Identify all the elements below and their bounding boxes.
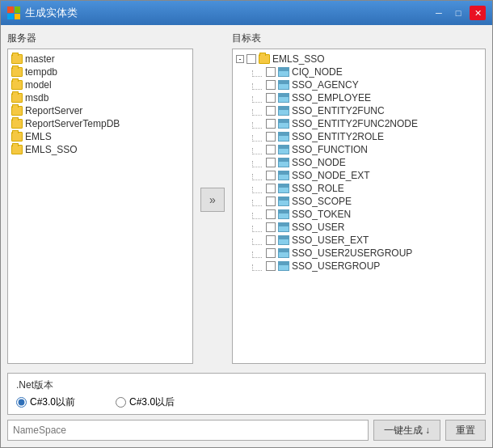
server-tree[interactable]: mastertempdbmodelmsdbReportServerReportS… (7, 49, 193, 364)
expand-button[interactable]: - (236, 55, 244, 63)
table-tree-item[interactable]: SSO_ENTITY2FUNC (236, 104, 482, 117)
table-checkbox[interactable] (266, 80, 276, 90)
table-icon (278, 80, 289, 90)
tree-connector (252, 96, 262, 103)
table-tree-item[interactable]: SSO_TOKEN (236, 208, 482, 221)
minimize-button[interactable]: ─ (431, 6, 447, 20)
table-checkbox[interactable] (266, 197, 276, 206)
table-tree-item[interactable]: CIQ_NODE (236, 66, 482, 78)
tree-item-label: EMLS_SSO (25, 144, 78, 155)
table-tree-item[interactable]: SSO_AGENCY (236, 78, 482, 91)
table-icon (278, 171, 289, 180)
table-checkbox[interactable] (266, 93, 276, 103)
tree-connector (252, 187, 262, 193)
panels-row: 服务器 mastertempdbmodelmsdbReportServerRep… (7, 32, 486, 368)
table-tree[interactable]: -EMLS_SSOCIQ_NODESSO_AGENCYSSO_EMPLOYEES… (232, 49, 486, 364)
table-item-label: SSO_NODE (292, 157, 346, 168)
table-icon (278, 261, 289, 271)
server-tree-item[interactable]: ReportServer (11, 104, 189, 117)
tree-connector (252, 239, 262, 245)
generate-button[interactable]: 一键生成 ↓ (373, 420, 440, 441)
table-checkbox[interactable] (266, 209, 276, 219)
table-checkbox[interactable] (266, 261, 276, 271)
table-checkbox[interactable] (266, 222, 276, 232)
folder-icon (11, 67, 23, 77)
tree-connector (252, 70, 262, 77)
table-tree-item[interactable]: SSO_ROLE (236, 182, 482, 195)
table-tree-item[interactable]: SSO_USERGROUP (236, 260, 482, 273)
table-tree-item[interactable]: SSO_SCOPE (236, 195, 482, 208)
tree-connector (252, 148, 262, 154)
table-tree-item[interactable]: SSO_USER_EXT (236, 234, 482, 247)
folder-icon (11, 119, 23, 129)
table-checkbox[interactable] (266, 132, 276, 142)
tree-connector (252, 213, 262, 219)
server-tree-item[interactable]: EMLS_SSO (11, 143, 189, 156)
table-tree-item[interactable]: SSO_FUNCTION (236, 143, 482, 156)
table-checkbox[interactable] (266, 248, 276, 258)
table-icon (278, 209, 289, 219)
tree-item-label: master (25, 53, 55, 65)
tree-item-label: ReportServer (25, 105, 82, 116)
server-tree-item[interactable]: model (11, 78, 189, 91)
main-content: 服务器 mastertempdbmodelmsdbReportServerRep… (1, 25, 492, 447)
table-icon (278, 184, 289, 193)
folder-icon (11, 54, 23, 64)
transfer-button[interactable]: » (200, 188, 225, 212)
title-bar: 生成实体类 ─ □ ✕ (1, 1, 492, 25)
server-tree-item[interactable]: ReportServerTempDB (11, 117, 189, 130)
tree-connector (252, 83, 262, 90)
table-icon (278, 197, 289, 206)
table-icon (278, 93, 289, 103)
radio-before30-input[interactable] (16, 397, 27, 408)
table-checkbox[interactable] (266, 67, 276, 77)
radio-after30-input[interactable] (116, 397, 126, 408)
table-checkbox[interactable] (266, 184, 276, 193)
title-controls: ─ □ ✕ (431, 6, 486, 20)
tree-connector (252, 251, 262, 258)
table-checkbox[interactable] (266, 171, 276, 180)
right-panel-label: 目标表 (232, 32, 486, 45)
tree-connector (252, 174, 262, 180)
table-icon (278, 235, 289, 245)
table-tree-item[interactable]: SSO_EMPLOYEE (236, 91, 482, 104)
table-checkbox[interactable] (266, 158, 276, 167)
net-version-label: .Net版本 (16, 378, 477, 392)
table-tree-item[interactable]: SSO_NODE_EXT (236, 169, 482, 182)
table-tree-item[interactable]: SSO_USER (236, 221, 482, 234)
server-tree-item[interactable]: EMLS (11, 130, 189, 143)
table-checkbox[interactable] (266, 119, 276, 129)
table-icon (278, 119, 289, 129)
table-tree-root[interactable]: -EMLS_SSO (236, 53, 482, 66)
table-tree-item[interactable]: SSO_NODE (236, 156, 482, 169)
table-icon (278, 145, 289, 154)
server-tree-item[interactable]: msdb (11, 91, 189, 104)
table-checkbox[interactable] (266, 235, 276, 245)
tree-item-label: EMLS (25, 131, 52, 142)
namespace-input[interactable] (7, 420, 369, 441)
left-panel: 服务器 mastertempdbmodelmsdbReportServerRep… (7, 32, 193, 368)
table-item-label: SSO_ENTITY2FUNC (292, 105, 385, 116)
tree-connector (252, 264, 262, 271)
tree-connector (252, 109, 262, 116)
folder-icon (11, 93, 23, 103)
server-tree-item[interactable]: master (11, 53, 189, 66)
table-checkbox[interactable] (266, 106, 276, 116)
right-panel: 目标表 -EMLS_SSOCIQ_NODESSO_AGENCYSSO_EMPLO… (232, 32, 486, 368)
root-checkbox[interactable] (247, 54, 256, 64)
radio-before30-label: C#3.0以前 (30, 395, 75, 409)
close-button[interactable]: ✕ (470, 6, 486, 20)
window-title: 生成实体类 (25, 6, 78, 20)
radio-before30[interactable]: C#3.0以前 (16, 395, 75, 409)
table-tree-item[interactable]: SSO_USER2USERGROUP (236, 247, 482, 260)
reset-button[interactable]: 重置 (445, 420, 486, 441)
table-tree-item[interactable]: SSO_ENTITY2ROLE (236, 130, 482, 143)
table-tree-item[interactable]: SSO_ENTITY2FUNC2NODE (236, 117, 482, 130)
table-checkbox[interactable] (266, 145, 276, 154)
tree-connector (252, 135, 262, 142)
server-tree-item[interactable]: tempdb (11, 66, 189, 78)
radio-after30[interactable]: C#3.0以后 (116, 395, 175, 409)
table-icon (278, 67, 289, 77)
net-version-section: .Net版本 C#3.0以前 C#3.0以后 (7, 373, 486, 415)
maximize-button[interactable]: □ (450, 6, 466, 20)
